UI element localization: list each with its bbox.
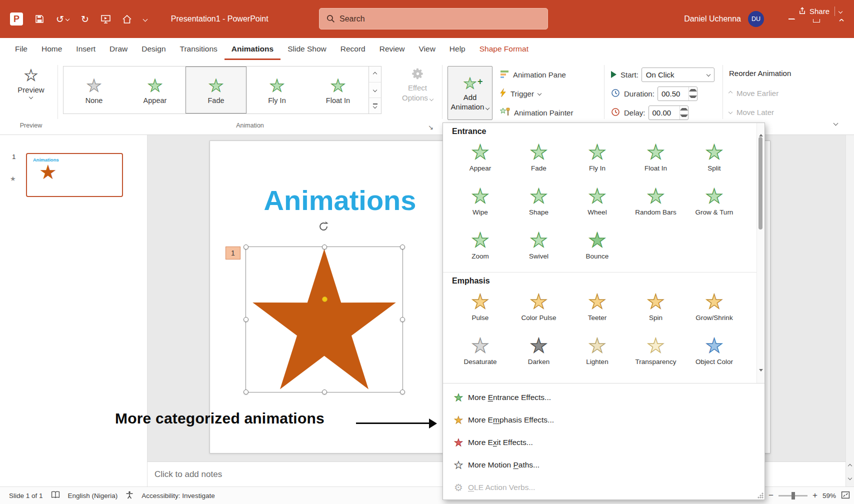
tab-help[interactable]: Help	[442, 38, 472, 60]
gallery-more-button[interactable]	[369, 98, 381, 114]
effect-random-bars[interactable]: ★Random Bars	[626, 184, 685, 228]
tab-transitions[interactable]: Transitions	[173, 38, 224, 60]
animation-dialog-launcher[interactable]: ↘	[428, 124, 434, 131]
zoom-slider-thumb[interactable]	[792, 492, 795, 500]
rotate-handle[interactable]	[318, 221, 329, 234]
trigger-button[interactable]: Trigger	[500, 86, 541, 101]
resize-handle-ne[interactable]	[400, 244, 405, 250]
effect-spin[interactable]: ★Spin	[626, 290, 685, 334]
gallery-row-up-button[interactable]	[369, 66, 381, 82]
tab-record[interactable]: Record	[334, 38, 372, 60]
menu-scrollbar[interactable]	[756, 123, 764, 383]
animation-painter-button[interactable]: Animation Painter	[500, 105, 573, 120]
duration-increase-button[interactable]	[689, 87, 697, 94]
resize-handle-se[interactable]	[400, 390, 405, 394]
gallery-item-fly-in[interactable]: ★Fly In	[246, 66, 308, 114]
menu-resize-grip[interactable]	[758, 492, 764, 498]
effect-shape[interactable]: ★Shape	[510, 184, 568, 228]
effect-options-button[interactable]: Effect Options	[398, 67, 436, 102]
tab-design[interactable]: Design	[134, 38, 172, 60]
accessibility-status[interactable]: Accessibility: Investigate	[142, 492, 214, 500]
previous-slide-button[interactable]	[846, 460, 854, 472]
menu-item-more-emphasis-effects[interactable]: ★More Emphasis Effects...	[443, 408, 764, 431]
slide-counter[interactable]: Slide 1 of 1	[9, 492, 43, 500]
effect-pulse[interactable]: ★Pulse	[451, 290, 510, 334]
preview-button[interactable]: ★ Preview	[12, 67, 50, 98]
gallery-item-none[interactable]: ★None	[64, 66, 124, 114]
home-icon[interactable]	[122, 15, 132, 24]
resize-handle-w[interactable]	[244, 317, 248, 322]
gallery-item-fade[interactable]: ★Fade	[186, 66, 246, 114]
spell-check-icon[interactable]	[51, 491, 60, 500]
menu-item-ole-action-verbs[interactable]: ⚙OLE Action Verbs...	[443, 476, 764, 498]
resize-handle-sw[interactable]	[244, 390, 248, 394]
share-dropdown[interactable]	[834, 6, 846, 16]
duration-input[interactable]: 00.50	[658, 86, 698, 101]
zoom-in-button[interactable]: +	[812, 490, 818, 500]
redo-button[interactable]: ↻	[81, 14, 89, 24]
menu-item-more-exit-effects[interactable]: ★More Exit Effects...	[443, 431, 764, 454]
move-earlier-button[interactable]: Move Earlier	[729, 86, 778, 100]
move-later-button[interactable]: Move Later	[729, 105, 774, 119]
undo-button[interactable]: ↺	[56, 14, 69, 24]
share-button[interactable]: Share	[794, 4, 846, 19]
resize-handle-s[interactable]	[322, 390, 327, 394]
tab-review[interactable]: Review	[372, 38, 412, 60]
effect-grow-shrink[interactable]: ★Grow/Shrink	[685, 290, 744, 334]
tab-view[interactable]: View	[412, 38, 442, 60]
effect-grow-turn[interactable]: ★Grow & Turn	[685, 184, 744, 228]
language-status[interactable]: English (Nigeria)	[68, 492, 118, 500]
effect-split[interactable]: ★Split	[685, 140, 744, 184]
tab-home[interactable]: Home	[34, 38, 69, 60]
animation-pane-button[interactable]: Animation Pane	[500, 67, 566, 82]
tab-animations[interactable]: Animations	[224, 38, 280, 60]
powerpoint-logo[interactable]: P	[10, 12, 23, 26]
star-shape-selection[interactable]	[246, 246, 403, 392]
effect-wheel[interactable]: ★Wheel	[568, 184, 626, 228]
resize-handle-nw[interactable]	[244, 244, 248, 250]
search-box[interactable]: Search	[319, 8, 548, 30]
gallery-item-appear[interactable]: ★Appear	[124, 66, 186, 114]
menu-item-more-motion-paths[interactable]: ★More Motion Paths...	[443, 454, 764, 476]
tab-draw[interactable]: Draw	[102, 38, 134, 60]
delay-input[interactable]: 00.00	[648, 106, 688, 120]
effect-darken[interactable]: ★Darken	[510, 334, 568, 378]
avatar[interactable]: DU	[748, 11, 764, 27]
animation-order-badge[interactable]: 1	[226, 246, 240, 260]
zoom-slider[interactable]	[778, 495, 808, 496]
effect-zoom[interactable]: ★Zoom	[451, 228, 510, 272]
user-name[interactable]: Daniel Uchenna	[684, 14, 741, 24]
effect-transparency[interactable]: ★Transparency	[626, 334, 685, 378]
collapse-ribbon-button[interactable]	[834, 118, 838, 127]
effect-wipe[interactable]: ★Wipe	[451, 184, 510, 228]
effect-object-color[interactable]: ★Object Color	[685, 334, 744, 378]
tab-shape-format[interactable]: Shape Format	[472, 38, 536, 60]
duration-decrease-button[interactable]	[689, 94, 697, 100]
effect-fly-in[interactable]: ★Fly In	[568, 140, 626, 184]
resize-handle-n[interactable]	[322, 244, 327, 250]
vertical-scrollbar[interactable]	[846, 135, 854, 486]
slide-title[interactable]: Animations	[215, 184, 465, 216]
animation-indicator-icon[interactable]: ★	[10, 175, 16, 182]
save-icon[interactable]	[35, 14, 44, 24]
menu-item-more-entrance-effects[interactable]: ★More Entrance Effects...	[443, 386, 764, 408]
undo-chevron-icon[interactable]	[66, 17, 70, 21]
star-shape[interactable]	[249, 249, 400, 390]
effect-swivel[interactable]: ★Swivel	[510, 228, 568, 272]
effect-lighten[interactable]: ★Lighten	[568, 334, 626, 378]
tab-slide-show[interactable]: Slide Show	[280, 38, 334, 60]
effect-teeter[interactable]: ★Teeter	[568, 290, 626, 334]
gallery-item-float-in[interactable]: ★Float In	[308, 66, 368, 114]
slide-thumbnail[interactable]: Animations ★	[26, 153, 123, 197]
add-animation-button[interactable]: ★+ Add Animation	[448, 66, 492, 120]
effect-fade[interactable]: ★Fade	[510, 140, 568, 184]
tab-insert[interactable]: Insert	[69, 38, 102, 60]
zoom-level[interactable]: 59%	[822, 492, 836, 500]
menu-scrollbar-thumb[interactable]	[758, 137, 762, 230]
start-slideshow-icon[interactable]	[101, 15, 110, 24]
delay-decrease-button[interactable]	[680, 112, 688, 120]
menu-scroll-up-icon[interactable]	[759, 126, 763, 134]
delay-increase-button[interactable]	[680, 106, 688, 113]
shape-adjust-handle[interactable]	[322, 296, 328, 302]
zoom-out-button[interactable]: −	[768, 490, 774, 500]
